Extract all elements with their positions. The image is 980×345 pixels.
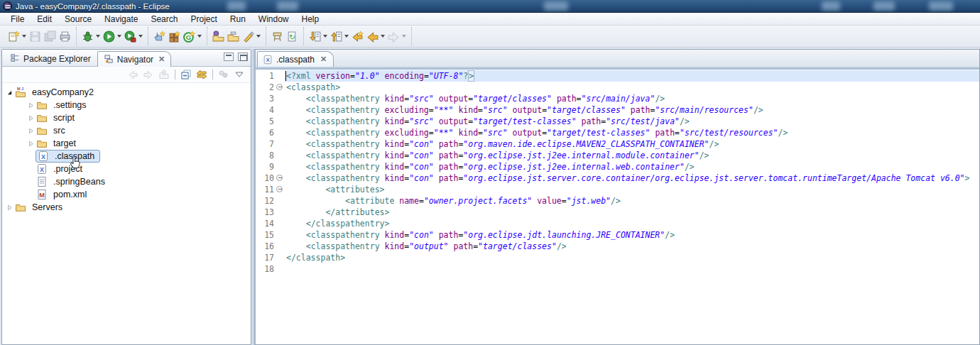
expander-collapsed-icon[interactable] [26, 102, 36, 109]
tree-item-settings[interactable]: .settings [2, 99, 251, 111]
editor-tab-classpath[interactable]: X.classpath✕ [257, 51, 334, 67]
package-explorer-icon [10, 53, 21, 64]
tree-item-springbeans[interactable]: .springBeans [2, 175, 251, 188]
desktop-reflection [544, 1, 568, 11]
previous-annotation-button[interactable] [329, 28, 350, 45]
g-circle-new-icon: G [183, 31, 195, 43]
open-type-folder-button[interactable] [211, 28, 226, 45]
line-number: 14 [256, 218, 274, 229]
new-package-grid-button[interactable] [167, 28, 182, 45]
sync-file-button[interactable]: ↻ [285, 28, 300, 45]
menu-file[interactable]: File [4, 13, 31, 25]
dropdown-arrow-icon[interactable] [323, 35, 327, 38]
menu-edit[interactable]: Edit [31, 13, 58, 25]
fold-column [274, 241, 285, 252]
editor-area: X.classpath✕ 1<?xml version="1.0" encodi… [254, 49, 980, 345]
maximize-view-icon[interactable] [238, 53, 248, 61]
tree-item-pom.xml[interactable]: Mpom.xml [2, 188, 251, 201]
navigator-tree[interactable]: MJeasyCompany2.settingsscriptsrctargetX.… [2, 83, 251, 344]
fold-collapse-icon[interactable] [276, 84, 283, 90]
dropdown-arrow-icon[interactable] [117, 35, 121, 38]
close-view-icon[interactable]: ✕ [158, 55, 165, 64]
open-folder-button[interactable] [226, 28, 241, 45]
fold-column[interactable] [274, 184, 285, 195]
view-tab-package-explorer[interactable]: Package Explorer [4, 50, 97, 66]
menu-source[interactable]: Source [58, 13, 98, 25]
menu-navigate[interactable]: Navigate [98, 13, 144, 25]
menu-help[interactable]: Help [295, 13, 326, 25]
view-menu-button[interactable] [232, 68, 246, 82]
view-tab-bar: Package ExplorerNavigator✕ [2, 50, 251, 67]
code-line-16: 16 <classpathentry kind="output" path="t… [256, 241, 979, 252]
navigator-icon [104, 54, 114, 65]
code-line-11: 11 <attributes> [256, 184, 979, 195]
minimize-view-icon[interactable] [224, 53, 234, 61]
fold-collapse-icon[interactable] [276, 175, 283, 181]
g-circle-new-button[interactable]: G [182, 28, 203, 45]
svg-text:X: X [39, 166, 43, 173]
collapse-all-button[interactable] [179, 68, 193, 82]
tree-item-target[interactable]: target [2, 137, 251, 150]
fold-collapse-icon[interactable] [276, 186, 283, 192]
tree-item-classpath[interactable]: X.classpath [2, 150, 251, 163]
line-number: 1 [256, 70, 274, 82]
highlighter-pen-icon [242, 31, 254, 43]
debug-button[interactable] [80, 28, 102, 45]
code-text: <classpathentry kind="con" path="org.ecl… [285, 229, 979, 241]
highlighter-pen-button[interactable] [241, 28, 262, 45]
tree-item-easycompany2[interactable]: MJeasyCompany2 [2, 86, 251, 99]
code-line-10: 10 <classpathentry kind="con" path="org.… [256, 172, 979, 184]
expander-collapsed-icon[interactable] [5, 204, 14, 211]
fold-column[interactable] [274, 82, 285, 93]
code-text [285, 263, 979, 275]
dropdown-arrow-icon[interactable] [22, 35, 26, 38]
menu-window[interactable]: Window [252, 13, 295, 25]
forward-icon [388, 31, 400, 43]
expander-collapsed-icon[interactable] [26, 141, 36, 147]
next-annotation-button[interactable] [307, 28, 329, 45]
run-external-tools-button[interactable] [123, 28, 144, 45]
tree-item-label: pom.xml [50, 189, 89, 200]
maven-project: MJ [15, 87, 26, 98]
menu-run[interactable]: Run [224, 13, 252, 25]
fold-column [274, 161, 285, 172]
view-tab-navigator[interactable]: Navigator✕ [97, 51, 172, 67]
toolbar-separator [175, 70, 175, 80]
back-button[interactable] [365, 28, 386, 45]
dropdown-arrow-icon[interactable] [96, 35, 100, 38]
tree-item-servers[interactable]: Servers [2, 201, 251, 214]
tree-item-script[interactable]: script [2, 111, 251, 124]
close-editor-icon[interactable]: ✕ [320, 55, 327, 64]
fold-column [274, 127, 285, 138]
expander-collapsed-icon[interactable] [26, 115, 36, 121]
dropdown-arrow-icon[interactable] [197, 35, 202, 38]
dropdown-arrow-icon[interactable] [402, 35, 406, 38]
print-button[interactable] [58, 28, 72, 45]
tree-item-project[interactable]: X.project [2, 163, 251, 175]
run-external-tools-icon [124, 31, 136, 43]
xml-source-editor[interactable]: 1<?xml version="1.0" encoding="UTF-8"?>2… [256, 70, 979, 344]
tree-item-src[interactable]: src [2, 124, 251, 137]
save-all-button [43, 28, 58, 45]
link-with-editor-button[interactable] [195, 68, 209, 82]
run-button[interactable] [102, 28, 123, 45]
code-text: <?xml version="1.0" encoding="UTF-8"?> [285, 70, 979, 82]
dropdown-arrow-icon[interactable] [138, 35, 143, 38]
expander-collapsed-icon[interactable] [26, 128, 36, 134]
dropdown-arrow-icon[interactable] [381, 35, 385, 38]
new-wizard-button[interactable] [6, 28, 28, 45]
fold-column[interactable] [274, 172, 285, 184]
menu-project[interactable]: Project [184, 13, 223, 25]
tree-item-label: target [50, 138, 79, 149]
menu-search[interactable]: Search [144, 13, 184, 25]
line-number: 4 [256, 104, 274, 116]
folder [36, 99, 48, 111]
last-edit-location-button[interactable] [350, 28, 365, 45]
expander-expanded-icon[interactable] [5, 89, 14, 96]
new-web-component-button[interactable] [152, 28, 167, 45]
dropdown-arrow-icon[interactable] [344, 35, 349, 38]
search-table-button[interactable] [270, 28, 285, 45]
dropdown-arrow-icon[interactable] [256, 35, 261, 38]
line-number: 13 [256, 207, 274, 218]
code-line-12: 12 <attribute name="owner.project.facets… [256, 195, 979, 207]
